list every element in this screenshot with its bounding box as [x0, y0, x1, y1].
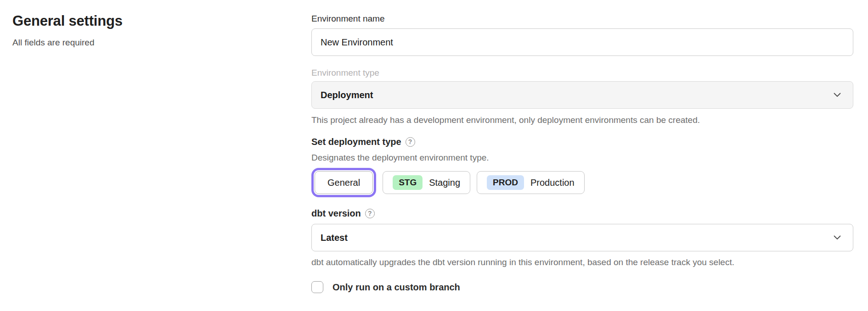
dbt-version-value: Latest [321, 233, 348, 243]
deployment-type-option-label: Production [530, 178, 575, 188]
dbt-version-select[interactable]: Latest [311, 224, 853, 251]
chevron-down-icon [834, 235, 841, 240]
environment-type-value: Deployment [321, 90, 373, 100]
deployment-type-label-row: Set deployment type ? [311, 136, 853, 147]
dbt-version-helper: dbt automatically upgrades the dbt versi… [311, 257, 853, 268]
deployment-type-option-label: Staging [429, 178, 460, 188]
deployment-type-option-production[interactable]: PROD Production [477, 171, 585, 194]
deployment-type-label: Set deployment type [311, 137, 401, 147]
dbt-version-label-row: dbt version ? [311, 208, 853, 219]
deployment-type-option-staging[interactable]: STG Staging [383, 171, 470, 194]
production-badge: PROD [487, 175, 524, 190]
deployment-type-option-label: General [327, 178, 360, 188]
custom-branch-label[interactable]: Only run on a custom branch [333, 282, 460, 293]
deployment-type-options: General STG Staging PROD Production [311, 171, 853, 194]
environment-name-input[interactable] [311, 28, 853, 56]
settings-form: Environment name Environment type Deploy… [311, 0, 853, 293]
general-settings-page: General settings All fields are required… [0, 0, 868, 311]
help-icon[interactable]: ? [406, 137, 415, 147]
help-icon[interactable]: ? [365, 209, 375, 218]
page-subtitle: All fields are required [12, 38, 270, 48]
custom-branch-checkbox[interactable] [311, 281, 323, 293]
environment-type-helper: This project already has a development e… [311, 115, 853, 126]
dbt-version-label: dbt version [311, 208, 361, 219]
environment-name-label: Environment name [311, 14, 853, 24]
custom-branch-row: Only run on a custom branch [311, 281, 853, 293]
environment-type-select: Deployment [311, 81, 853, 109]
deployment-type-helper: Designates the deployment environment ty… [311, 153, 853, 163]
deployment-type-option-general[interactable]: General [315, 171, 373, 194]
environment-type-label: Environment type [311, 68, 853, 78]
section-intro: General settings All fields are required [12, 13, 270, 48]
staging-badge: STG [393, 175, 423, 190]
page-title: General settings [12, 13, 270, 29]
chevron-down-icon [834, 93, 841, 97]
